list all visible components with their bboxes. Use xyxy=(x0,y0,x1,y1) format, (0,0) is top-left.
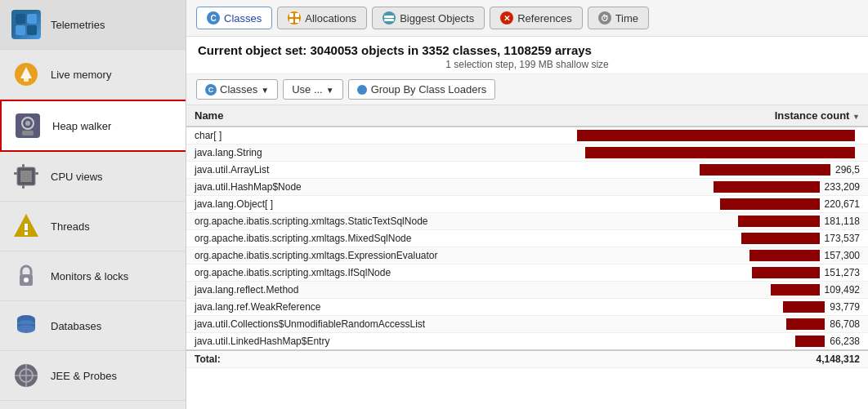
instance-count-cell: 86,708 xyxy=(503,316,868,333)
tab-time[interactable]: ⏱ Time xyxy=(588,7,649,29)
table-row[interactable]: java.lang.String xyxy=(186,144,868,162)
tab-references[interactable]: ✕ References xyxy=(490,7,582,29)
table-row[interactable]: java.lang.ref.WeakReference93,779 xyxy=(186,299,868,316)
cpu-views-icon xyxy=(11,162,41,191)
class-name-cell: org.apache.ibatis.scripting.xmltags.Expr… xyxy=(186,247,503,265)
tab-classes-label: Classes xyxy=(224,12,262,24)
table-total-row: Total:4,148,312 xyxy=(186,350,868,368)
table-row[interactable]: char[ ] xyxy=(186,127,868,144)
svg-rect-31 xyxy=(289,13,293,17)
table-row[interactable]: java.util.HashMap$Node233,209 xyxy=(186,179,868,196)
classes-dropdown-chevron xyxy=(261,83,269,96)
sidebar-item-live-memory-label: Live memory xyxy=(51,69,111,81)
classes-table: Name Instance count char[ ]java.lang.Str… xyxy=(186,105,868,368)
instance-count-cell: 66,238 xyxy=(503,333,868,351)
use-dropdown-chevron xyxy=(326,83,334,96)
table-row[interactable]: org.apache.ibatis.scripting.xmltags.Expr… xyxy=(186,247,868,265)
table-row[interactable]: java.util.LinkedHashMap$Entry66,238 xyxy=(186,333,868,351)
instance-count-cell: 296,5 xyxy=(503,162,868,179)
svg-rect-36 xyxy=(384,19,394,21)
svg-rect-3 xyxy=(27,25,37,35)
classes-dropdown-label: Classes xyxy=(220,83,257,96)
info-bar: Current object set: 3040053 objects in 3… xyxy=(186,37,868,74)
use-dropdown-label: Use ... xyxy=(292,83,323,96)
svg-rect-13 xyxy=(14,172,17,175)
tab-allocations[interactable]: Allocations xyxy=(277,7,367,29)
tab-biggest-objects-label: Biggest Objects xyxy=(400,12,474,24)
sidebar: Telemetries Live memory Heap walker xyxy=(0,0,186,409)
main-content: C Classes Allocations Biggest Objects ✕ … xyxy=(186,0,868,409)
use-dropdown[interactable]: Use ... xyxy=(283,79,342,100)
time-icon: ⏱ xyxy=(598,11,611,24)
tab-biggest-objects[interactable]: Biggest Objects xyxy=(372,7,485,29)
sidebar-item-telemetries-label: Telemetries xyxy=(51,19,105,31)
classes-dropdown[interactable]: C Classes xyxy=(196,79,278,100)
group-by-class-loaders-button[interactable]: Group By Class Loaders xyxy=(348,79,496,100)
class-name-cell: java.lang.Object[ ] xyxy=(186,196,503,213)
instance-count-cell: 181,118 xyxy=(503,213,868,230)
svg-rect-34 xyxy=(295,19,299,23)
group-by-label: Group By Class Loaders xyxy=(371,83,487,96)
class-name-cell: java.lang.reflect.Method xyxy=(186,282,503,299)
telemetries-icon xyxy=(11,10,41,39)
svg-point-21 xyxy=(24,278,29,282)
sidebar-item-jee-probes[interactable]: JEE & Probes xyxy=(0,351,186,401)
instance-count-cell: 93,779 xyxy=(503,299,868,316)
sidebar-item-jee-probes-label: JEE & Probes xyxy=(51,370,117,382)
secondary-toolbar: C Classes Use ... Group By Class Loaders xyxy=(186,74,868,105)
sidebar-item-heap-walker[interactable]: Heap walker xyxy=(0,100,186,152)
tab-references-label: References xyxy=(517,12,571,24)
top-toolbar: C Classes Allocations Biggest Objects ✕ … xyxy=(186,0,868,37)
instance-count-cell xyxy=(503,127,868,144)
instance-count-cell: 233,209 xyxy=(503,179,868,196)
total-value: 4,148,312 xyxy=(503,350,868,368)
class-name-cell: java.util.ArrayList xyxy=(186,162,503,179)
sidebar-item-telemetries[interactable]: Telemetries xyxy=(0,0,186,50)
tab-classes[interactable]: C Classes xyxy=(196,7,272,29)
instance-count-cell xyxy=(503,144,868,162)
sidebar-item-heap-walker-label: Heap walker xyxy=(52,120,111,132)
name-column-header: Name xyxy=(186,105,503,127)
svg-rect-1 xyxy=(27,14,37,24)
class-name-cell: java.util.Collections$UnmodifiableRandom… xyxy=(186,316,503,333)
table-row[interactable]: org.apache.ibatis.scripting.xmltags.Mixe… xyxy=(186,230,868,247)
table-row[interactable]: org.apache.ibatis.scripting.xmltags.IfSq… xyxy=(186,265,868,282)
live-memory-icon xyxy=(11,60,41,89)
sidebar-item-cpu-views[interactable]: CPU views xyxy=(0,152,186,202)
instance-count-cell: 109,492 xyxy=(503,282,868,299)
table-row[interactable]: java.util.ArrayList296,5 xyxy=(186,162,868,179)
svg-rect-14 xyxy=(35,172,38,175)
sidebar-item-threads-label: Threads xyxy=(51,220,90,233)
sidebar-item-databases-label: Databases xyxy=(51,320,101,332)
classes-icon: C xyxy=(207,11,220,24)
table-row[interactable]: org.apache.ibatis.scripting.xmltags.Stat… xyxy=(186,213,868,230)
sidebar-item-live-memory[interactable]: Live memory xyxy=(0,50,186,100)
sidebar-item-cpu-views-label: CPU views xyxy=(51,171,103,183)
class-name-cell: org.apache.ibatis.scripting.xmltags.Stat… xyxy=(186,213,503,230)
instance-count-cell: 220,671 xyxy=(503,196,868,213)
databases-icon xyxy=(11,311,41,340)
total-label: Total: xyxy=(186,350,503,368)
sort-arrow-icon[interactable] xyxy=(852,109,860,122)
references-icon: ✕ xyxy=(500,11,513,24)
jee-probes-icon xyxy=(11,361,41,390)
sidebar-item-monitors-locks-label: Monitors & locks xyxy=(51,270,128,282)
class-name-cell: java.util.LinkedHashMap$Entry xyxy=(186,333,503,351)
object-set-title: Current object set: 3040053 objects in 3… xyxy=(198,43,857,57)
sidebar-item-databases[interactable]: Databases xyxy=(0,301,186,351)
threads-icon xyxy=(11,211,41,241)
svg-rect-35 xyxy=(384,16,394,18)
class-name-cell: java.lang.String xyxy=(186,144,503,162)
svg-rect-12 xyxy=(20,171,32,182)
table-row[interactable]: java.lang.Object[ ]220,671 xyxy=(186,196,868,213)
svg-rect-33 xyxy=(289,19,293,23)
allocations-icon xyxy=(288,11,301,24)
svg-rect-18 xyxy=(25,224,28,230)
instance-count-cell: 157,300 xyxy=(503,247,868,265)
table-row[interactable]: java.util.Collections$UnmodifiableRandom… xyxy=(186,316,868,333)
sidebar-item-threads[interactable]: Threads xyxy=(0,202,186,251)
sidebar-item-monitors-locks[interactable]: Monitors & locks xyxy=(0,251,186,301)
class-name-cell: org.apache.ibatis.scripting.xmltags.IfSq… xyxy=(186,265,503,282)
table-row[interactable]: java.lang.reflect.Method109,492 xyxy=(186,282,868,299)
heap-walker-icon xyxy=(13,111,43,140)
